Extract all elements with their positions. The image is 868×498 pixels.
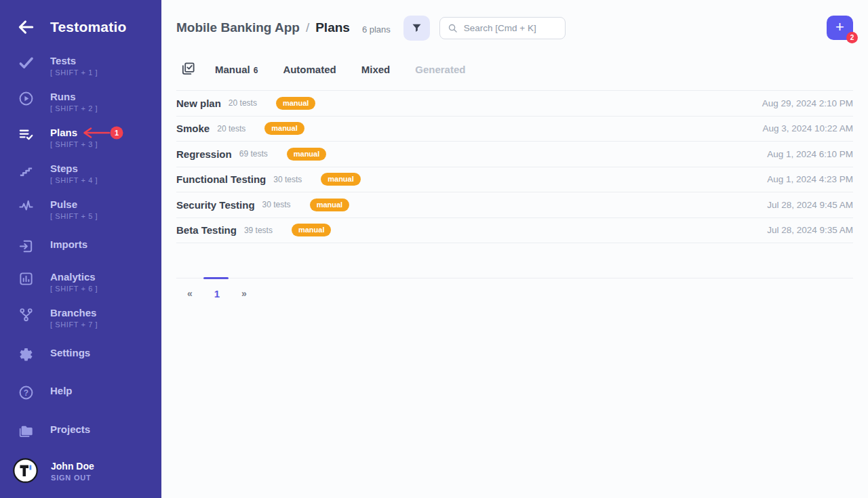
plan-date: Jul 28, 2024 9:35 AM — [767, 225, 853, 235]
analytics-icon — [18, 270, 34, 287]
sidebar-item-branches[interactable]: Branches [ SHIFT + 7 ] — [0, 306, 161, 330]
import-icon — [18, 238, 34, 254]
filter-button[interactable] — [403, 16, 430, 41]
sidebar-item-label: Branches — [50, 306, 98, 319]
plan-row-regression[interactable]: Regression 69 tests manual Aug 1, 2024 6… — [176, 142, 853, 167]
sidebar-item-analytics[interactable]: Analytics [ SHIFT + 6 ] — [0, 270, 161, 294]
plan-title: Beta Testing — [176, 224, 237, 236]
steps-icon — [18, 162, 34, 178]
plan-date: Aug 29, 2024 2:10 PM — [762, 98, 853, 108]
sidebar-item-label: Settings — [50, 346, 90, 359]
plan-date: Aug 1, 2024 4:23 PM — [767, 174, 853, 184]
pulse-icon — [18, 198, 34, 214]
plan-title: Security Testing — [176, 199, 255, 211]
plan-row-smoke[interactable]: Smoke 20 tests manual Aug 3, 2024 10:22 … — [176, 117, 853, 142]
tab-label: Automated — [283, 64, 336, 75]
plan-row-functional-testing[interactable]: Functional Testing 30 tests manual Aug 1… — [176, 167, 853, 193]
sidebar-footer-nav: ? Help Projects — [0, 380, 161, 439]
branch-icon — [18, 306, 34, 323]
tutorial-arrow-annotation: 1 — [76, 125, 125, 141]
sidebar-item-label: Help — [50, 384, 73, 397]
plan-type-badge: manual — [292, 224, 332, 236]
pagination-prev-button[interactable]: « — [176, 288, 203, 299]
sidebar-item-label: Steps — [50, 162, 98, 175]
sidebar-item-label: Pulse — [50, 198, 98, 211]
plan-tests-count: 20 tests — [229, 98, 257, 108]
tab-label: Generated — [415, 64, 465, 75]
sidebar-item-shortcut: [ SHIFT + 3 ] — [50, 140, 98, 150]
user-avatar-icon — [13, 458, 38, 483]
plan-tests-count: 20 tests — [217, 124, 245, 133]
active-page-indicator — [203, 277, 229, 279]
tab-automated[interactable]: Automated — [283, 64, 336, 75]
breadcrumb-project[interactable]: Mobile Banking App — [176, 20, 300, 35]
sidebar-item-label: Analytics — [50, 270, 98, 283]
pagination-divider — [176, 278, 853, 278]
plan-tests-count: 30 tests — [262, 200, 291, 209]
search-box — [439, 17, 566, 39]
sidebar-item-label: Imports — [50, 238, 87, 251]
tab-count: 6 — [254, 66, 258, 75]
plan-tests-count: 39 tests — [244, 226, 273, 235]
pagination: « 1 » — [176, 278, 853, 299]
sidebar-footer: ? Help Projects John Doe SIGN OUT — [0, 380, 161, 498]
plan-type-badge: manual — [310, 199, 350, 211]
sidebar-item-tests[interactable]: Tests [ SHIFT + 1 ] — [0, 54, 161, 78]
search-icon — [448, 23, 458, 33]
plan-type-badge: manual — [287, 148, 327, 161]
sidebar-brand-row: Testomatio — [0, 0, 161, 36]
pagination-page-1[interactable]: 1 — [203, 288, 231, 299]
sidebar-item-pulse[interactable]: Pulse [ SHIFT + 5 ] — [0, 198, 161, 222]
sidebar-nav: Tests [ SHIFT + 1 ] Runs [ SHIFT + 2 ] P… — [0, 54, 161, 379]
sidebar-item-shortcut: [ SHIFT + 7 ] — [50, 320, 98, 330]
tab-label: Mixed — [361, 64, 391, 75]
tab-mixed[interactable]: Mixed — [361, 64, 391, 75]
plan-row-new-plan[interactable]: New plan 20 tests manual Aug 29, 2024 2:… — [176, 91, 853, 117]
add-button-badge: 2 — [846, 32, 858, 43]
sidebar-item-plans[interactable]: Plans [ SHIFT + 3 ] 1 — [0, 126, 161, 150]
sidebar-item-label: Projects — [50, 423, 90, 436]
check-icon — [18, 54, 34, 70]
sidebar-item-runs[interactable]: Runs [ SHIFT + 2 ] — [0, 90, 161, 114]
plan-title: Regression — [176, 148, 232, 160]
topbar: Mobile Banking App / Plans 6 plans + 2 — [176, 15, 853, 41]
sidebar-item-settings[interactable]: Settings — [0, 346, 161, 362]
sidebar-item-imports[interactable]: Imports — [0, 238, 161, 254]
filter-icon — [411, 22, 422, 34]
tab-manual[interactable]: Manual 6 — [215, 64, 258, 75]
page-title: Plans — [315, 20, 350, 35]
back-arrow-icon[interactable] — [17, 18, 35, 36]
plan-date: Aug 1, 2024 6:10 PM — [767, 149, 853, 159]
main-content: Mobile Banking App / Plans 6 plans + 2 M… — [161, 0, 868, 498]
app-logo-title: Testomatio — [50, 19, 126, 35]
sign-out-link[interactable]: SIGN OUT — [51, 474, 94, 482]
plan-row-beta-testing[interactable]: Beta Testing 39 tests manual Jul 28, 202… — [176, 218, 853, 244]
plans-list: New plan 20 tests manual Aug 29, 2024 2:… — [176, 90, 853, 243]
folder-icon — [18, 423, 34, 439]
plan-title: Smoke — [176, 123, 210, 134]
breadcrumb-separator: / — [306, 20, 309, 35]
pagination-next-button[interactable]: » — [231, 288, 258, 299]
breadcrumb: Mobile Banking App / Plans — [176, 20, 350, 35]
sidebar-item-shortcut: [ SHIFT + 5 ] — [50, 211, 98, 222]
plan-row-security-testing[interactable]: Security Testing 30 tests manual Jul 28,… — [176, 192, 853, 218]
sidebar-item-steps[interactable]: Steps [ SHIFT + 4 ] — [0, 162, 161, 186]
tab-generated[interactable]: Generated — [415, 64, 465, 75]
tabs: Manual 6 Automated Mixed Generated — [215, 64, 490, 75]
user-row: John Doe SIGN OUT — [0, 439, 161, 498]
search-input[interactable] — [464, 23, 557, 33]
user-name: John Doe — [51, 460, 94, 472]
plan-date: Aug 3, 2024 10:22 AM — [762, 123, 853, 133]
plan-date: Jul 28, 2024 9:45 AM — [767, 200, 853, 210]
gear-icon — [18, 346, 34, 362]
sidebar-item-shortcut: [ SHIFT + 2 ] — [50, 104, 98, 114]
sidebar-item-projects[interactable]: Projects — [0, 423, 161, 439]
sidebar-item-help[interactable]: ? Help — [0, 384, 161, 400]
pagination-controls: « 1 » — [176, 288, 853, 299]
add-button-wrap: + 2 — [827, 16, 853, 40]
tab-label: Manual — [215, 64, 250, 75]
sidebar-item-shortcut: [ SHIFT + 1 ] — [50, 68, 98, 78]
sidebar-item-shortcut: [ SHIFT + 6 ] — [50, 284, 98, 294]
svg-text:?: ? — [23, 388, 28, 397]
select-all-icon[interactable] — [180, 61, 197, 77]
